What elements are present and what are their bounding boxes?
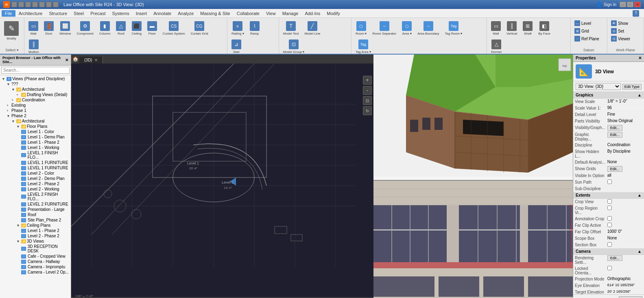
tree-item-l1-working[interactable]: □Level 1 - Working xyxy=(20,145,70,150)
toolbar-btn-1[interactable] xyxy=(11,2,17,7)
toolbar-btn-7[interactable] xyxy=(53,2,59,7)
menu-file[interactable]: File xyxy=(2,10,15,17)
view-selector[interactable]: 3D View: {3D} xyxy=(576,83,621,90)
tree-item-existing[interactable]: + Existing xyxy=(6,103,70,108)
ribbon-btn-model-text[interactable]: T Model Text xyxy=(281,20,301,37)
ribbon-btn-stair[interactable]: ⊿ Stair xyxy=(229,38,244,55)
menu-addins[interactable]: Add-Ins xyxy=(301,10,323,17)
menu-precast[interactable]: Precast xyxy=(87,10,109,17)
ribbon-btn-level[interactable]: — Level xyxy=(572,20,593,27)
tree-item-l2-phase2[interactable]: □Level 2 - Phase 2 xyxy=(20,181,70,186)
toolbar-btn-2[interactable] xyxy=(18,2,24,7)
tree-item-coordination[interactable]: + 📁 Coordination xyxy=(11,97,70,103)
tree-item-cl2[interactable]: □Level 2 - Phase 2 xyxy=(20,233,70,239)
pb-search-input[interactable] xyxy=(1,67,70,74)
ribbon-btn-door[interactable]: 🚪 Door xyxy=(41,20,56,37)
tree-item-phase2[interactable]: ▼ Phase 2 xyxy=(6,113,70,118)
maximize-btn[interactable]: □ xyxy=(627,2,633,7)
tree-item-3d-views[interactable]: ▼ 📁 3D Views xyxy=(15,239,70,244)
rotate-btn[interactable]: ↻ xyxy=(363,106,372,115)
ribbon-btn-wall-open[interactable]: ▭ Wall xyxy=(489,20,503,37)
menu-structure[interactable]: Structure xyxy=(46,10,70,17)
prop-section-camera[interactable]: Camera ▲ xyxy=(573,248,644,255)
tab-close-3d[interactable]: ✕ xyxy=(94,58,98,62)
ribbon-btn-grid[interactable]: ⊞ Grid xyxy=(572,27,591,35)
tree-item-ceiling-plans[interactable]: ▼ 📁 Ceiling Plans xyxy=(15,223,70,228)
tree-item-l1-demo[interactable]: □Level 1 - Demo Plan xyxy=(20,134,70,140)
tree-item-l1-furn2[interactable]: □LEVEL 1 FURNITURE xyxy=(20,165,70,171)
ribbon-btn-model-group[interactable]: ⊡ Model Group ▾ xyxy=(281,38,307,55)
tree-item-floor-plans[interactable]: ▼ 📁 Floor Plans xyxy=(15,124,70,129)
tree-item-cam-l2[interactable]: □Camera - Level 2 Op... xyxy=(20,270,70,275)
tree-item-impromptu[interactable]: □Camera - Impromptu xyxy=(20,264,70,270)
tree-item-unknown[interactable]: ▼ ??? xyxy=(6,81,70,87)
ribbon-btn-set[interactable]: ⊙ Set xyxy=(609,27,626,35)
ribbon-btn-modify[interactable]: ✎ Modify xyxy=(2,20,21,42)
menu-massing[interactable]: Massing & Site xyxy=(197,10,233,17)
far-clip-checkbox[interactable] xyxy=(607,223,612,227)
ribbon-btn-wall[interactable]: ▭ Wall xyxy=(26,20,41,37)
right-bottom-view[interactable] xyxy=(373,180,573,298)
graphic-disp-edit-btn[interactable]: Edit... xyxy=(607,132,622,138)
toolbar-btn-3[interactable] xyxy=(25,2,31,7)
menu-architecture[interactable]: Architecture xyxy=(15,10,46,17)
view-home-btn[interactable]: 🏠 xyxy=(71,55,79,64)
ribbon-btn-window[interactable]: ⬜ Window xyxy=(57,20,73,37)
toolbar-btn-5[interactable] xyxy=(39,2,45,7)
toolbar-btn-6[interactable] xyxy=(46,2,52,7)
crop-region-checkbox[interactable] xyxy=(607,206,612,210)
ribbon-btn-curtain-grid[interactable]: CG Curtain Grid xyxy=(188,20,211,37)
tree-item-drafting[interactable]: + 📁 Drafting Views (Detail) xyxy=(15,92,70,97)
ribbon-btn-dormer[interactable]: △ Dormer xyxy=(489,38,504,55)
ribbon-btn-ramp[interactable]: ⌇ Ramp xyxy=(247,20,262,37)
minimize-btn[interactable]: — xyxy=(620,2,626,7)
vis-graph-edit-btn[interactable]: Edit... xyxy=(607,125,622,131)
ribbon-btn-vertical[interactable]: ║ Vertical xyxy=(504,20,520,37)
ribbon-btn-railing[interactable]: ≡ Railing ▾ xyxy=(229,20,247,37)
tree-item-arch2[interactable]: ▼ 📁 Architectural xyxy=(11,118,70,124)
prop-close-btn[interactable]: ✕ xyxy=(638,56,642,60)
ribbon-btn-floor[interactable]: ▬ Floor xyxy=(145,20,159,37)
tree-item-l2-demo[interactable]: □Level 2 - Demo Plan xyxy=(20,176,70,181)
ribbon-btn-area-boundary[interactable]: ╌ Area Boundary xyxy=(415,20,441,37)
close-btn[interactable]: ✕ xyxy=(634,2,641,7)
section-box-checkbox[interactable] xyxy=(607,242,612,247)
annotation-crop-checkbox[interactable] xyxy=(607,216,612,221)
crop-view-checkbox[interactable] xyxy=(607,199,612,204)
right-top-view[interactable]: top xyxy=(373,55,573,180)
tree-item-l2-working[interactable]: □Level 2 - Working xyxy=(20,186,70,192)
fit-view-btn[interactable]: ⊡ xyxy=(363,96,372,105)
prop-section-extents[interactable]: Extents ▲ xyxy=(573,192,644,199)
ribbon-btn-ref-plane[interactable]: ⋯ Ref Plane xyxy=(572,35,601,42)
prop-section-graphics[interactable]: Graphics ▲ xyxy=(573,92,644,99)
sun-path-checkbox[interactable] xyxy=(607,180,612,184)
ribbon-btn-tag-area[interactable]: Tag Tag Area ▾ xyxy=(353,38,373,55)
menu-systems[interactable]: Systems xyxy=(109,10,132,17)
ribbon-btn-component[interactable]: ⚙ Component xyxy=(74,20,96,37)
tree-item-presentation[interactable]: □Presentation - Large xyxy=(20,207,70,212)
tree-item-3d-reception[interactable]: □3D RECEPTION DESK xyxy=(20,244,70,254)
pb-close-btn[interactable]: ✕ xyxy=(65,58,68,62)
ribbon-btn-ceiling[interactable]: ⬛ Ceiling xyxy=(129,20,144,37)
ribbon-btn-curtain-system[interactable]: CS Curtain System xyxy=(160,20,188,37)
ribbon-btn-room[interactable]: ⬡ Room ▾ xyxy=(353,20,369,37)
zoom-out-btn[interactable]: - xyxy=(363,86,372,95)
edit-type-btn[interactable]: Edit Type xyxy=(622,84,642,90)
ribbon-btn-tag-room[interactable]: Tag Tag Room ▾ xyxy=(443,20,465,37)
ribbon-btn-byface[interactable]: ◧ By Face xyxy=(536,20,552,37)
menu-manage[interactable]: Manage xyxy=(279,10,302,17)
apply-button[interactable]: Apply xyxy=(619,296,642,298)
tree-item-site-plan[interactable]: □Site Plan_Phase 2 xyxy=(20,217,70,223)
tree-item-cl1[interactable]: □Level 1 - Phase 2 xyxy=(20,228,70,233)
ribbon-btn-viewer[interactable]: ⊡ Viewer xyxy=(609,35,632,42)
tree-item-views-root[interactable]: ▼ V Views (Phase and Discipline) xyxy=(1,76,70,81)
view-canvas[interactable]: Level 2 13'-4" Level 1 20'-4" 1/8" = 1'-… xyxy=(71,64,373,298)
view-tab-3d[interactable]: (3D) ✕ xyxy=(79,57,103,64)
ribbon-btn-roof[interactable]: △ Roof xyxy=(114,20,128,37)
ribbon-btn-area[interactable]: ⬡ Area ▾ xyxy=(399,20,414,37)
ribbon-btn-column[interactable]: ▮ Column xyxy=(97,20,113,37)
ribbon-btn-room-sep[interactable]: ╌ Room Separator xyxy=(370,20,399,37)
tree-item-l2-color[interactable]: □Level 2 - Color xyxy=(20,171,70,176)
ribbon-btn-shaft[interactable]: ⊞ Shaft xyxy=(520,20,535,37)
tree-item-l1-color[interactable]: □Level 1 - Color xyxy=(20,129,70,134)
